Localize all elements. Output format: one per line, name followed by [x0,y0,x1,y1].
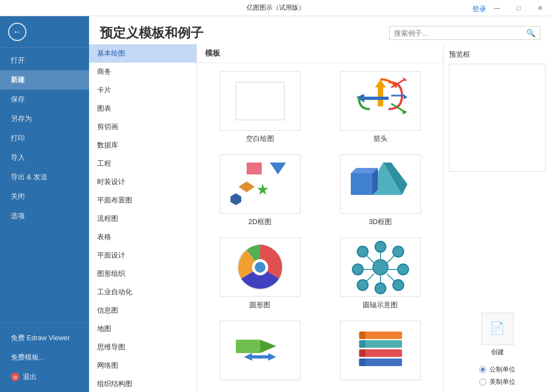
sidebar-item-close[interactable]: 关闭 [0,187,89,206]
template-thumb-3d [340,154,421,214]
svg-point-38 [357,246,368,257]
maximize-button[interactable]: □ [508,0,529,16]
sidebar-item-export[interactable]: 导出 & 发送 [0,167,89,187]
category-item-flowchart[interactable]: 流程图 [89,209,196,228]
svg-point-36 [352,264,363,275]
templates-grid: 空白绘图 [197,63,443,392]
category-item-org-structure[interactable]: 组织结构图 [89,375,196,392]
template-t2[interactable] [325,321,435,383]
circle-svg [228,240,292,294]
category-item-chart[interactable]: 图表 [89,99,196,118]
template-blank[interactable]: 空白绘图 [205,71,315,144]
t2-svg [348,329,413,372]
radio-metric-label: 公制单位 [489,365,515,374]
sidebar-item-save-as[interactable]: 另存为 [0,109,89,129]
templates-area: 模板 空白绘图 [197,44,443,392]
category-item-fashion[interactable]: 时装设计 [89,173,196,191]
svg-point-34 [357,280,368,290]
category-item-business[interactable]: 商务 [89,63,196,81]
login-link[interactable]: 登录 [472,4,486,14]
template-thumb-2d [220,154,301,214]
back-button[interactable]: ← [8,23,26,41]
template-thumb-arrow [340,71,421,131]
create-button[interactable]: 📄 [481,313,514,345]
minimize-button[interactable]: — [486,0,508,16]
template-circle[interactable]: 圆形图 [205,238,315,310]
window-controls: — □ ✕ [486,0,551,16]
radio-imperial[interactable]: 美制单位 [479,377,515,387]
sidebar-item-open[interactable]: 打开 [0,51,89,70]
category-item-table[interactable]: 表格 [89,228,196,246]
free-template-label: 免费模板... [11,353,45,362]
template-name-2d: 2D框图 [248,217,271,227]
create-label: 创建 [491,348,504,357]
svg-marker-7 [404,94,407,99]
sidebar-item-options[interactable]: 选项 [0,206,89,226]
template-arrow[interactable]: 箭头 [325,71,435,144]
search-box: 🔍 [389,26,540,40]
preview-actions: 📄 创建 公制单位 美制单位 [449,313,546,387]
category-item-basic[interactable]: 基本绘图 [89,44,196,63]
category-item-map[interactable]: 地图 [89,320,196,338]
svg-marker-11 [239,181,255,192]
search-icon[interactable]: 🔍 [526,29,535,37]
category-item-network[interactable]: 网络图 [89,356,196,375]
sidebar-top: ← [0,16,89,48]
category-item-graphic-design[interactable]: 平面设计 [89,246,196,265]
app-title: 亿图图示（试用版） [247,3,305,12]
template-name-blank: 空白绘图 [246,134,274,144]
svg-rect-9 [247,163,262,174]
create-btn-container: 📄 创建 [481,313,514,357]
svg-rect-43 [360,359,365,366]
svg-point-26 [393,246,404,257]
t1-svg [228,329,292,372]
sidebar-bottom: 免费 Edraw Viewer 免费模板... ⊖ 退出 [0,322,89,392]
svg-rect-0 [236,82,284,120]
3d-svg [348,160,413,208]
category-item-industrial[interactable]: 工业自动化 [89,283,196,301]
content-header: 预定义模板和例子 🔍 [89,16,551,44]
template-radial[interactable]: 圆辐示意图 [325,238,435,310]
sidebar-item-save[interactable]: 保存 [0,90,89,109]
template-2d[interactable]: 2D框图 [205,154,315,227]
search-input[interactable] [394,29,526,37]
radio-metric[interactable]: 公制单位 [479,365,515,374]
category-item-engineering[interactable]: 工程 [89,154,196,173]
sidebar-item-free-template[interactable]: 免费模板... [0,348,89,367]
category-item-floor-plan[interactable]: 平面布置图 [89,191,196,209]
svg-marker-1 [375,79,386,106]
close-button[interactable]: ✕ [529,0,551,16]
template-name-radial: 圆辐示意图 [363,300,398,310]
category-item-infographic[interactable]: 信息图 [89,301,196,320]
sidebar-item-print[interactable]: 打印 [0,129,89,148]
category-item-card[interactable]: 卡片 [89,81,196,99]
svg-rect-39 [236,340,260,353]
radio-metric-circle [479,366,486,373]
sidebar: ← 打开 新建 保存 另存为 打印 导入 导出 & 发送 关闭 选项 免费 Ed… [0,16,89,392]
create-icon: 📄 [490,321,505,335]
template-3d[interactable]: 3D框图 [325,154,435,227]
template-name-arrow: 箭头 [373,134,387,144]
titlebar: 亿图图示（试用版） 登录 — □ ✕ [0,0,551,16]
svg-point-32 [375,283,386,294]
radial-svg [348,240,413,294]
category-item-mind-map[interactable]: 思维导图 [89,338,196,356]
sidebar-item-exit[interactable]: ⊖ 退出 [0,367,89,387]
svg-point-28 [398,264,409,275]
category-item-clipart[interactable]: 剪切画 [89,118,196,136]
page-title: 预定义模板和例子 [100,24,203,42]
template-thumb-blank [220,71,301,131]
content-area: 预定义模板和例子 🔍 基本绘图 商务 卡片 图表 剪切画 数据库 工程 时装设计… [89,16,551,392]
template-name-circle: 圆形图 [249,300,270,310]
category-item-database[interactable]: 数据库 [89,136,196,154]
sidebar-item-import[interactable]: 导入 [0,148,89,167]
sidebar-item-edraw-viewer[interactable]: 免费 Edraw Viewer [0,328,89,348]
edraw-viewer-label: 免费 Edraw Viewer [11,333,70,343]
sidebar-item-new[interactable]: 新建 [0,70,89,90]
unit-radio-group: 公制单位 美制单位 [479,365,515,387]
2d-svg [228,160,292,208]
svg-rect-49 [360,332,365,339]
template-t1[interactable] [205,321,315,383]
category-item-org-chart[interactable]: 图形组织 [89,265,196,283]
main-layout: ← 打开 新建 保存 另存为 打印 导入 导出 & 发送 关闭 选项 免费 Ed… [0,16,551,392]
